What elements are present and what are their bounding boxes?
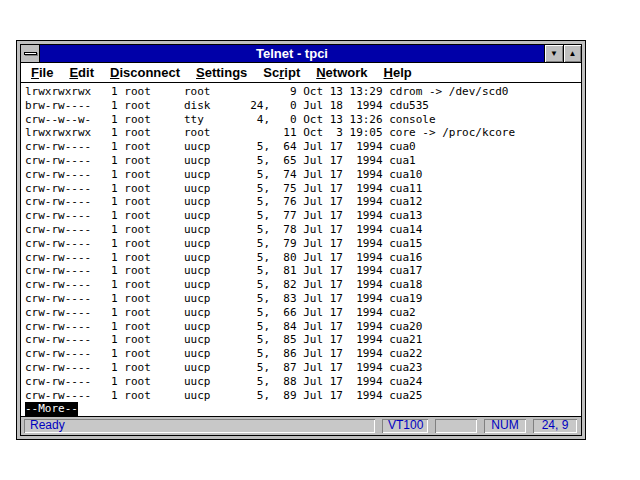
title-buttons: ▼ ▲ — [544, 45, 581, 62]
window-title: Telnet - tpci — [40, 45, 544, 62]
system-menu-icon — [24, 52, 37, 55]
terminal-line: crw-rw---- 1 root uucp 5, 84 Jul 17 1994… — [25, 320, 581, 334]
status-message: Ready — [24, 419, 375, 433]
terminal-line: lrwxrwxrwx 1 root root 11 Oct 3 19:05 co… — [25, 126, 581, 140]
menu-settings[interactable]: Settings — [188, 63, 255, 82]
menu-disconnect[interactable]: Disconnect — [102, 63, 188, 82]
terminal-line: crw-rw---- 1 root uucp 5, 87 Jul 17 1994… — [25, 361, 581, 375]
telnet-window: Telnet - tpci ▼ ▲ FileEditDisconnectSett… — [16, 40, 586, 440]
terminal-line: crw-rw---- 1 root uucp 5, 81 Jul 17 1994… — [25, 264, 581, 278]
terminal-line: brw-rw---- 1 root disk 24, 0 Jul 18 1994… — [25, 99, 581, 113]
terminal-line: crw-rw---- 1 root uucp 5, 66 Jul 17 1994… — [25, 306, 581, 320]
terminal-line: crw-rw---- 1 root uucp 5, 79 Jul 17 1994… — [25, 237, 581, 251]
terminal-line: crw-rw---- 1 root uucp 5, 76 Jul 17 1994… — [25, 195, 581, 209]
status-num-lock: NUM — [484, 419, 526, 433]
maximize-icon: ▲ — [569, 49, 577, 58]
terminal-line: crw-rw---- 1 root uucp 5, 86 Jul 17 1994… — [25, 347, 581, 361]
terminal-line: crw-rw---- 1 root uucp 5, 77 Jul 17 1994… — [25, 209, 581, 223]
terminal-line: crw-rw---- 1 root uucp 5, 64 Jul 17 1994… — [25, 140, 581, 154]
status-emulation: VT100 — [382, 419, 428, 433]
terminal-line: crw--w--w- 1 root tty 4, 0 Oct 13 13:26 … — [25, 113, 581, 127]
terminal-line: crw-rw---- 1 root uucp 5, 89 Jul 17 1994… — [25, 389, 581, 403]
terminal-output[interactable]: lrwxrwxrwx 1 root root 9 Oct 13 13:29 cd… — [21, 83, 581, 416]
menu-network[interactable]: Network — [308, 63, 375, 82]
menu-help[interactable]: Help — [376, 63, 420, 82]
terminal-line: crw-rw---- 1 root uucp 5, 74 Jul 17 1994… — [25, 168, 581, 182]
terminal-line: crw-rw---- 1 root uucp 5, 88 Jul 17 1994… — [25, 375, 581, 389]
minimize-button[interactable]: ▼ — [545, 45, 563, 62]
status-bar: Ready VT100 NUM 24, 9 — [21, 416, 581, 435]
terminal-line: crw-rw---- 1 root uucp 5, 75 Jul 17 1994… — [25, 182, 581, 196]
system-menu-button[interactable] — [21, 45, 40, 62]
menu-bar: FileEditDisconnectSettingsScriptNetworkH… — [21, 63, 581, 83]
terminal-line: crw-rw---- 1 root uucp 5, 85 Jul 17 1994… — [25, 333, 581, 347]
menu-script[interactable]: Script — [255, 63, 308, 82]
window-frame: Telnet - tpci ▼ ▲ FileEditDisconnectSett… — [20, 44, 582, 436]
terminal-line-more: --More-- — [25, 402, 581, 416]
maximize-button[interactable]: ▲ — [563, 45, 581, 62]
more-prompt: --More-- — [25, 402, 78, 416]
menu-file[interactable]: File — [23, 63, 61, 82]
terminal-line: crw-rw---- 1 root uucp 5, 83 Jul 17 1994… — [25, 292, 581, 306]
terminal-line: crw-rw---- 1 root uucp 5, 78 Jul 17 1994… — [25, 223, 581, 237]
menu-edit[interactable]: Edit — [61, 63, 102, 82]
terminal-line: crw-rw---- 1 root uucp 5, 65 Jul 17 1994… — [25, 154, 581, 168]
terminal-line: crw-rw---- 1 root uucp 5, 82 Jul 17 1994… — [25, 278, 581, 292]
status-spare-panel — [435, 419, 477, 433]
minimize-icon: ▼ — [550, 49, 558, 58]
terminal-line: lrwxrwxrwx 1 root root 9 Oct 13 13:29 cd… — [25, 85, 581, 99]
terminal-line: crw-rw---- 1 root uucp 5, 80 Jul 17 1994… — [25, 251, 581, 265]
title-bar[interactable]: Telnet - tpci ▼ ▲ — [21, 45, 581, 63]
status-cursor-position: 24, 9 — [533, 419, 577, 433]
desktop: Telnet - tpci ▼ ▲ FileEditDisconnectSett… — [0, 0, 640, 480]
